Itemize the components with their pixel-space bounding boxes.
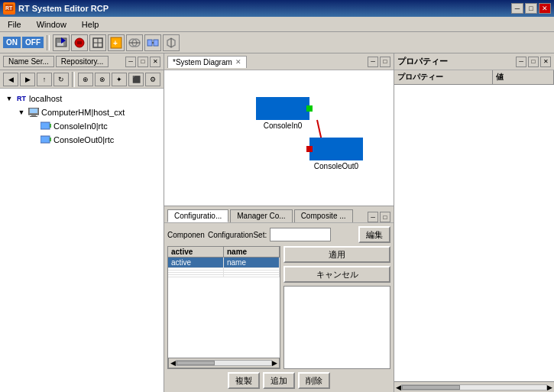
table-row-4[interactable] xyxy=(168,275,280,277)
toolbar-btn-6[interactable] xyxy=(144,34,161,51)
toolbar-btn-1[interactable] xyxy=(53,34,70,51)
diagram-tab-close[interactable]: ✕ xyxy=(235,58,241,66)
props-body xyxy=(394,85,554,381)
toolbar-btn-5[interactable] xyxy=(126,34,143,51)
tab-name-service[interactable]: Name Ser... xyxy=(3,56,54,67)
menu-window[interactable]: Window xyxy=(32,18,71,31)
rtc-icon-consolein xyxy=(40,120,52,132)
left-tb-remove[interactable]: ⬛ xyxy=(128,73,144,86)
cell-0-1: name xyxy=(224,258,280,267)
cell-4-0 xyxy=(168,275,224,277)
props-scrollbar-track xyxy=(401,384,547,390)
cell-4-1 xyxy=(224,275,280,277)
props-minimize[interactable]: ─ xyxy=(516,57,526,67)
props-close[interactable]: ✕ xyxy=(540,57,551,67)
config-bottom-btns: 複製 追加 削除 xyxy=(167,372,390,389)
left-tb-refresh[interactable]: ↻ xyxy=(53,73,69,86)
left-tb-add[interactable]: ✦ xyxy=(112,73,127,86)
left-tb-back[interactable]: ◀ xyxy=(3,73,18,86)
tree-item-rt[interactable]: ▼ RT localhost xyxy=(3,92,160,105)
consoleout0-label: ConsoleOut0 xyxy=(314,162,358,170)
computer-icon xyxy=(28,106,40,118)
consoleout0-port-in[interactable] xyxy=(306,146,313,152)
left-tb-up[interactable]: ↑ xyxy=(37,73,52,86)
table-row-0[interactable]: active name xyxy=(168,258,280,268)
component-consolein0[interactable]: ConsoleIn0 xyxy=(256,97,309,130)
expander-consolein: ▷ xyxy=(28,120,40,132)
tab-manager[interactable]: Manager Co... xyxy=(230,209,292,222)
props-scrollbar-left[interactable]: ◀ xyxy=(396,384,401,391)
edit-button[interactable]: 編集 xyxy=(358,226,390,243)
tree-item-computer[interactable]: ▼ ComputerHM|host_cxt xyxy=(15,105,160,119)
svg-rect-20 xyxy=(30,109,37,113)
left-tb-settings[interactable]: ⚙ xyxy=(145,73,160,86)
center-right-area: *System Diagram ✕ ─ □ xyxy=(164,53,394,392)
config-table-header: active name xyxy=(168,247,280,258)
close-button[interactable]: ✕ xyxy=(539,3,551,14)
expander-rt[interactable]: ▼ xyxy=(3,92,15,105)
config-text-area[interactable] xyxy=(283,286,390,369)
props-hscrollbar[interactable]: ◀ ▶ xyxy=(394,381,554,392)
props-panel: プロパティー ─ □ ✕ プロパティー 値 ◀ ▶ xyxy=(394,53,554,392)
svg-rect-6 xyxy=(77,41,82,44)
cell-2-0 xyxy=(168,271,224,272)
tree-label-rt: localhost xyxy=(29,94,62,103)
add-button[interactable]: 追加 xyxy=(263,372,295,389)
tab-composite[interactable]: Composite ... xyxy=(294,209,353,222)
tree-item-consolein[interactable]: ▷ ConsoleIn0|rtc xyxy=(28,119,160,133)
diagram-titlebar: *System Diagram ✕ ─ □ xyxy=(164,53,394,70)
tree-item-consoleout[interactable]: ▷ ConsoleOut0|rtc xyxy=(28,133,160,147)
config-table-body: active name xyxy=(168,258,280,358)
toolbar-btn-7[interactable] xyxy=(163,34,180,51)
left-panel-minimize[interactable]: ─ xyxy=(125,57,136,67)
config-table-hscrollbar[interactable]: ◀ ▶ xyxy=(168,358,280,368)
copy-button[interactable]: 複製 xyxy=(228,372,260,389)
left-tb-disconnect[interactable]: ⊗ xyxy=(95,73,110,86)
toolbar-btn-3[interactable] xyxy=(89,34,106,51)
consolein0-port-out[interactable] xyxy=(306,105,313,112)
minimize-button[interactable]: ─ xyxy=(511,3,523,14)
props-col-property: プロパティー xyxy=(394,70,493,84)
menu-bar: File Window Help xyxy=(0,17,554,32)
diagram-minimize[interactable]: ─ xyxy=(368,57,378,67)
apply-button[interactable]: 適用 xyxy=(283,246,390,263)
scrollbar-track xyxy=(176,360,272,366)
app-icon: RT xyxy=(3,2,15,15)
delete-button[interactable]: 削除 xyxy=(298,372,330,389)
menu-help[interactable]: Help xyxy=(77,18,104,31)
bottom-maximize[interactable]: □ xyxy=(380,212,390,222)
tab-configuration[interactable]: Configuratio... xyxy=(167,209,228,222)
configset-input[interactable] xyxy=(270,228,331,241)
cancel-button[interactable]: キャンセル xyxy=(283,266,390,283)
left-panel-controls: ─ □ ✕ xyxy=(125,57,160,67)
svg-rect-15 xyxy=(147,40,152,46)
left-tb-connect[interactable]: ⊕ xyxy=(78,73,93,86)
toolbar-btn-2[interactable] xyxy=(71,34,88,51)
col-header-name: name xyxy=(224,247,280,257)
bottom-minimize[interactable]: ─ xyxy=(368,212,378,222)
props-col-value: 値 xyxy=(493,70,554,84)
props-scrollbar-thumb[interactable] xyxy=(402,385,460,390)
diagram-tab-label: *System Diagram xyxy=(173,58,232,66)
toolbar-btn-4[interactable]: + xyxy=(108,34,125,51)
tab-repository[interactable]: Repository... xyxy=(56,56,109,67)
config-right-panel: 適用 キャンセル xyxy=(283,246,390,369)
menu-file[interactable]: File xyxy=(3,18,26,31)
component-consoleout0[interactable]: ConsoleOut0 xyxy=(309,138,363,170)
props-scrollbar-right[interactable]: ▶ xyxy=(547,384,552,391)
props-maximize[interactable]: □ xyxy=(528,57,539,67)
diagram-tab[interactable]: *System Diagram ✕ xyxy=(167,56,247,68)
left-panel-maximize[interactable]: □ xyxy=(138,57,148,67)
svg-rect-24 xyxy=(50,124,51,128)
scrollbar-left-btn[interactable]: ◀ xyxy=(170,359,176,367)
svg-rect-16 xyxy=(154,40,158,46)
maximize-button[interactable]: □ xyxy=(525,3,537,14)
svg-rect-22 xyxy=(30,116,37,117)
left-panel-close[interactable]: ✕ xyxy=(150,57,160,67)
bottom-panel-controls: ─ □ xyxy=(368,212,390,222)
diagram-maximize[interactable]: □ xyxy=(380,57,390,67)
expander-computer[interactable]: ▼ xyxy=(15,106,28,118)
scrollbar-right-btn[interactable]: ▶ xyxy=(272,359,277,367)
scrollbar-thumb[interactable] xyxy=(177,361,215,365)
left-tb-forward[interactable]: ▶ xyxy=(20,73,35,86)
